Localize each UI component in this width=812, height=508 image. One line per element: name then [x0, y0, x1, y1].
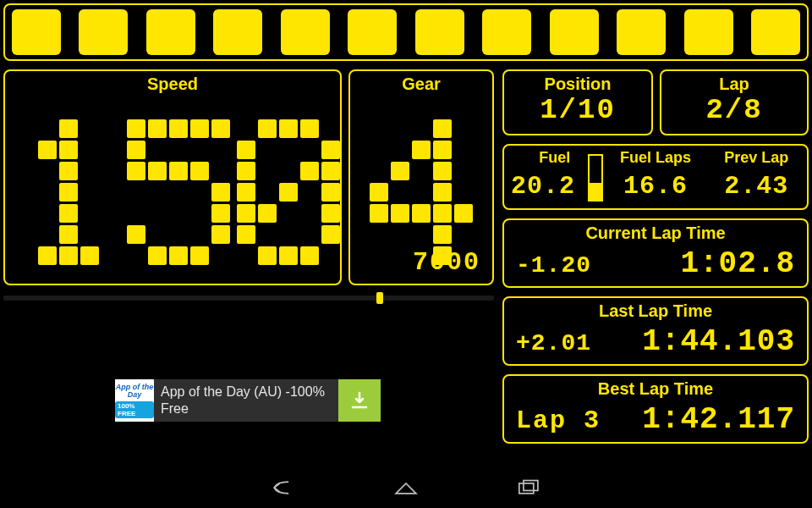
last-lap-time: 1:44.103	[642, 324, 795, 359]
best-lap-time: 1:42.117	[642, 402, 795, 437]
prev-lap-value: 2.43	[706, 172, 807, 201]
prev-lap-label: Prev Lap	[706, 149, 807, 167]
ad-text: App of the Day (AU) -100% Free	[154, 379, 338, 422]
fuel-col: Fuel 20.2	[504, 146, 605, 208]
current-lap-panel: Current Lap Time -1.20 1:02.8	[502, 218, 809, 288]
shift-light-4	[213, 9, 262, 55]
shift-light-10	[617, 9, 666, 55]
fuel-laps-value: 16.6	[605, 172, 705, 201]
best-lap-number: Lap 3	[516, 406, 601, 435]
gear-value	[350, 119, 492, 265]
current-lap-delta: -1.20	[516, 252, 591, 279]
position-label: Position	[504, 75, 651, 94]
ad-banner[interactable]: App of the Day 100% FREE App of the Day …	[115, 379, 381, 422]
back-icon[interactable]	[270, 476, 299, 500]
svg-rect-0	[519, 483, 534, 494]
shift-light-8	[482, 9, 531, 55]
lap-panel: Lap 2/8	[660, 69, 809, 135]
android-nav-bar	[0, 467, 812, 508]
lap-label: Lap	[661, 75, 807, 94]
last-lap-panel: Last Lap Time +2.01 1:44.103	[502, 296, 809, 366]
home-icon[interactable]	[392, 476, 420, 500]
fuel-laps-col: Fuel Laps 16.6	[605, 146, 705, 208]
shift-light-2	[79, 9, 128, 55]
fuel-panel: Fuel 20.2 Fuel Laps 16.6 Prev Lap 2.43	[502, 144, 809, 210]
shift-light-5	[281, 9, 330, 55]
recent-apps-icon[interactable]	[513, 476, 542, 500]
fuel-gauge	[588, 154, 603, 202]
ad-badge-bottom: 100% FREE	[115, 401, 154, 418]
speed-panel: Speed	[3, 69, 342, 285]
gear-panel: Gear 7000	[348, 69, 494, 285]
fuel-laps-label: Fuel Laps	[605, 149, 705, 167]
shift-light-row	[3, 3, 809, 61]
svg-rect-1	[524, 481, 538, 491]
shift-light-7	[415, 9, 464, 55]
speed-label: Speed	[5, 75, 340, 94]
ad-badge: App of the Day 100% FREE	[115, 379, 154, 422]
last-lap-delta: +2.01	[516, 330, 591, 356]
gear-label: Gear	[350, 75, 492, 94]
download-icon[interactable]	[338, 379, 381, 422]
best-lap-label: Best Lap Time	[504, 379, 807, 399]
current-lap-label: Current Lap Time	[504, 224, 807, 243]
rpm-bar	[3, 292, 494, 304]
shift-light-3	[146, 9, 195, 55]
rpm-value: 7000	[413, 248, 480, 277]
speed-value	[17, 119, 340, 265]
prev-lap-col: Prev Lap 2.43	[706, 146, 807, 208]
last-lap-label: Last Lap Time	[504, 301, 807, 321]
shift-light-11	[684, 9, 733, 55]
position-value: 1/10	[504, 94, 651, 126]
position-panel: Position 1/10	[502, 69, 653, 135]
shift-light-9	[550, 9, 599, 55]
shift-light-12	[751, 9, 800, 55]
current-lap-time: 1:02.8	[680, 246, 795, 281]
shift-light-1	[12, 9, 61, 55]
shift-light-6	[348, 9, 397, 55]
lap-value: 2/8	[661, 94, 807, 126]
best-lap-panel: Best Lap Time Lap 3 1:42.117	[502, 374, 809, 444]
ad-badge-top: App of the Day	[115, 384, 154, 399]
